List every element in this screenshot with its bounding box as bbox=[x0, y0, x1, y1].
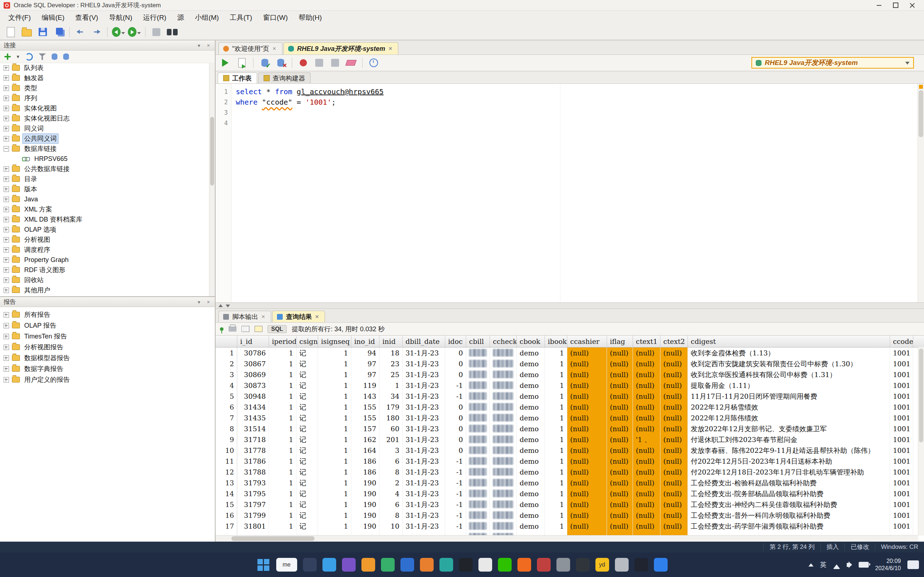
tree-item-14[interactable]: XML 方案 bbox=[0, 204, 209, 214]
column-header-csign[interactable]: csign bbox=[296, 335, 318, 347]
row-number-cell[interactable]: 10 bbox=[216, 445, 237, 456]
sql-history-button[interactable] bbox=[368, 56, 380, 69]
cell-cbook[interactable]: demo bbox=[517, 510, 545, 521]
cell-ibook[interactable]: 1 bbox=[545, 391, 567, 401]
speaker-icon[interactable] bbox=[847, 563, 850, 567]
cell-ccode[interactable]: 1001 bbox=[890, 380, 913, 391]
cell-ino_id[interactable]: 190 bbox=[351, 488, 380, 499]
cell-csign[interactable]: 记 bbox=[296, 499, 318, 510]
cell-cbill[interactable] bbox=[466, 445, 490, 456]
cell-ibook[interactable]: 1 bbox=[545, 380, 567, 391]
cell-iperiod[interactable]: 1 bbox=[269, 477, 296, 488]
cell-idoc[interactable]: 0 bbox=[445, 434, 466, 445]
column-header-iflag[interactable]: iflag bbox=[607, 335, 633, 347]
table-row[interactable]: 3308691记1972531-1月-230demo1(null)(null)(… bbox=[216, 369, 924, 380]
cell-iperiod[interactable]: 1 bbox=[269, 434, 296, 445]
app-files[interactable] bbox=[303, 558, 317, 572]
table-row[interactable]: 4308731记1119131-1月-23-1demo1(null)(null)… bbox=[216, 380, 924, 391]
column-header-ctext2[interactable]: ctext2 bbox=[661, 335, 688, 347]
cell-ccheck[interactable] bbox=[490, 499, 517, 510]
cell-cdigest[interactable]: 发放李春丽、陈伟2022年9-11月赴靖远县帮扶补助（陈伟） bbox=[688, 445, 890, 456]
cell-iflag[interactable]: (null) bbox=[607, 477, 633, 488]
cell-csign[interactable]: 记 bbox=[296, 488, 318, 499]
cell-iperiod[interactable]: 1 bbox=[269, 499, 296, 510]
column-header-ibook[interactable]: ibook bbox=[545, 335, 567, 347]
cell-cbill[interactable] bbox=[466, 510, 490, 521]
report-item-1[interactable]: OLAP 报告 bbox=[0, 320, 215, 331]
app-vscode[interactable] bbox=[654, 558, 668, 572]
row-number-cell[interactable]: 14 bbox=[216, 488, 237, 499]
tree-item-0[interactable]: 队列表 bbox=[0, 63, 209, 73]
cell-cbill[interactable] bbox=[466, 380, 490, 391]
cell-isignseq[interactable]: 1 bbox=[318, 358, 351, 369]
cell-idoc[interactable]: -1 bbox=[445, 467, 466, 477]
report-item-5[interactable]: 数据字典报告 bbox=[0, 363, 215, 374]
cell-isignseq[interactable]: 1 bbox=[318, 445, 351, 456]
expand-icon[interactable] bbox=[3, 76, 9, 81]
cell-cbook[interactable]: demo bbox=[517, 413, 545, 423]
table-row[interactable]: 5309481记11433431-1月-23-1demo1(null)(null… bbox=[216, 391, 924, 401]
cell-ccashier[interactable]: (null) bbox=[567, 401, 607, 413]
cell-isignseq[interactable]: 1 bbox=[318, 423, 351, 434]
column-header-isignseq[interactable]: isignseq bbox=[318, 335, 351, 347]
cell-i_id[interactable]: 31718 bbox=[237, 434, 269, 445]
table-row[interactable]: 15317971记1190631-1月-23-1demo1(null)(null… bbox=[216, 499, 924, 510]
cell-idoc[interactable]: -1 bbox=[445, 521, 466, 532]
app-teal[interactable] bbox=[439, 558, 453, 572]
cell-cdigest[interactable]: 工会经费支出-神经内二科吴佳蓉领取福利补助费 bbox=[688, 499, 890, 510]
cell-ctext1[interactable]: (null) bbox=[633, 445, 661, 456]
cell-iflag[interactable]: (null) bbox=[607, 521, 633, 532]
cell-csign[interactable]: 记 bbox=[296, 477, 318, 488]
cell-i_id[interactable]: 31801 bbox=[237, 521, 269, 532]
expand-icon[interactable] bbox=[3, 277, 9, 283]
cell-iflag[interactable]: (null) bbox=[607, 445, 633, 456]
doc-tab-0[interactable]: "欢迎使用"页 bbox=[218, 42, 283, 55]
row-number-cell[interactable]: 13 bbox=[216, 477, 237, 488]
filter-button[interactable] bbox=[39, 53, 46, 60]
menu-item-3[interactable]: 导航(N) bbox=[103, 11, 137, 24]
cell-csign[interactable]: 记 bbox=[296, 456, 318, 467]
cell-csign[interactable]: 记 bbox=[296, 401, 318, 413]
expand-icon[interactable] bbox=[3, 312, 9, 318]
cell-dbill_date[interactable]: 31-1月-23 bbox=[402, 488, 445, 499]
cell-cbill[interactable] bbox=[466, 467, 490, 477]
cell-idoc[interactable]: 0 bbox=[445, 401, 466, 413]
cell-isignseq[interactable]: 1 bbox=[318, 413, 351, 423]
cell-cbill[interactable] bbox=[466, 413, 490, 423]
cell-iflag[interactable]: (null) bbox=[607, 467, 633, 477]
res-tab-0[interactable]: 脚本输出 bbox=[218, 311, 271, 322]
cell-ccode[interactable]: 1001 bbox=[890, 521, 913, 532]
cell-cbill[interactable] bbox=[466, 369, 490, 380]
cell-idoc[interactable]: 0 bbox=[445, 445, 466, 456]
cell-ccode[interactable]: 1001 bbox=[890, 467, 913, 477]
cell-i_id[interactable]: 31793 bbox=[237, 477, 269, 488]
cell-csign[interactable]: 记 bbox=[296, 413, 318, 423]
expand-icon[interactable] bbox=[3, 247, 9, 253]
cell-dbill_date[interactable]: 31-1月-23 bbox=[402, 467, 445, 477]
res-tab-1[interactable]: 查询结果 bbox=[272, 311, 325, 322]
cell-csign[interactable]: 记 bbox=[296, 358, 318, 369]
row-number-cell[interactable]: 15 bbox=[216, 499, 237, 510]
tree-item-15[interactable]: XML DB 资料档案库 bbox=[0, 214, 209, 224]
column-header-cbook[interactable]: cbook bbox=[517, 335, 545, 347]
cell-dbill_date[interactable]: 31-1月-23 bbox=[402, 380, 445, 391]
cell-ccashier[interactable]: (null) bbox=[567, 348, 607, 358]
cell-inid[interactable]: 25 bbox=[380, 369, 402, 380]
expand-icon[interactable] bbox=[3, 176, 9, 182]
save-all-button[interactable] bbox=[52, 26, 65, 39]
cell-dbill_date[interactable]: 31-1月-23 bbox=[402, 521, 445, 532]
cell-ibook[interactable]: 1 bbox=[545, 423, 567, 434]
cell-csign[interactable]: 记 bbox=[296, 348, 318, 358]
tree-item-2[interactable]: 类型 bbox=[0, 83, 209, 93]
cell-ino_id[interactable]: 190 bbox=[351, 510, 380, 521]
cell-ccheck[interactable] bbox=[490, 423, 517, 434]
cell-dbill_date[interactable]: 31-1月-23 bbox=[402, 510, 445, 521]
app-gray[interactable] bbox=[556, 558, 570, 572]
notification-center-icon[interactable] bbox=[907, 561, 919, 569]
expand-icon[interactable] bbox=[3, 257, 9, 263]
cell-ccashier[interactable]: (null) bbox=[567, 423, 607, 434]
menu-item-4[interactable]: 运行(R) bbox=[137, 11, 171, 24]
expand-icon[interactable] bbox=[3, 288, 9, 293]
cell-csign[interactable]: 记 bbox=[296, 391, 318, 401]
column-header-iperiod[interactable]: iperiod bbox=[269, 335, 296, 347]
